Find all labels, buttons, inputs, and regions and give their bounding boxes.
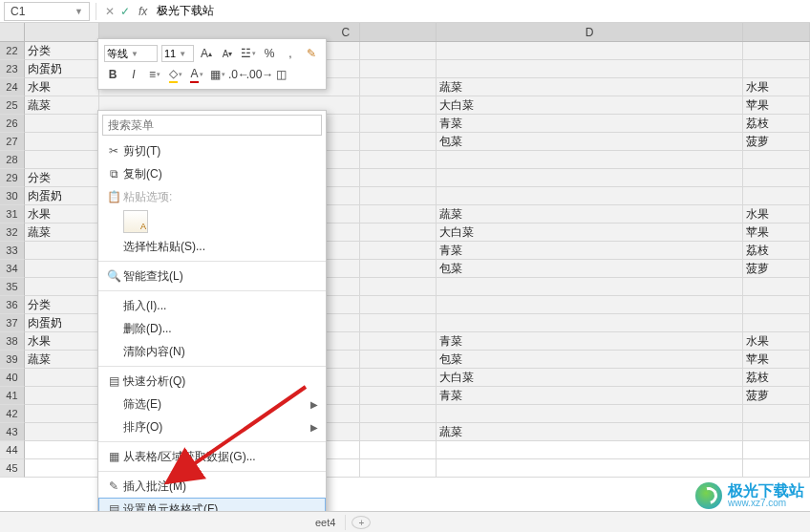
cell[interactable] [25,133,99,151]
font-size-select[interactable]: 11▼ [161,45,194,62]
row-number[interactable]: 24 [0,78,25,96]
cell[interactable]: 蔬菜 [437,78,743,96]
borders-button[interactable]: ▦▾ [209,66,226,83]
row-number[interactable]: 23 [0,60,25,78]
cell[interactable] [360,96,437,115]
cell[interactable]: 蔬菜 [25,223,99,242]
font-name-select[interactable]: 等线▼ [104,45,158,62]
cell[interactable]: 包菜 [437,260,743,278]
cell[interactable]: 荔枝 [743,242,810,260]
cell[interactable]: 荔枝 [743,115,810,133]
cell[interactable] [360,278,437,296]
italic-button[interactable]: I [125,66,142,83]
cell[interactable]: 水果 [743,205,810,223]
format-painter-button[interactable]: ✎ [303,45,320,62]
row-number[interactable]: 31 [0,205,25,223]
cell[interactable] [743,459,810,478]
row-number[interactable]: 40 [0,369,25,387]
cell[interactable] [25,242,99,260]
comma-style-button[interactable]: , [282,45,299,62]
paste-keep-source-button[interactable]: A [123,210,148,233]
increase-font-button[interactable]: A▴ [198,45,215,62]
cell[interactable]: 青菜 [437,115,743,133]
accounting-format-button[interactable]: ☳▾ [240,45,257,62]
cell[interactable] [743,296,810,314]
menu-copy[interactable]: ⧉ 复制(C) [98,162,326,185]
row-number[interactable]: 35 [0,278,25,296]
cell[interactable] [25,405,99,423]
cell[interactable] [743,169,810,187]
col-header-d[interactable]: D [437,23,743,41]
cell[interactable] [437,151,743,169]
menu-search-input[interactable] [102,115,322,136]
cell[interactable] [360,260,437,278]
cell[interactable] [360,223,437,242]
row-number[interactable]: 33 [0,242,25,260]
cell[interactable] [25,115,99,133]
cell[interactable]: 包菜 [437,133,743,151]
menu-insert-comment[interactable]: ✎ 插入批注(M) [98,475,326,498]
cell[interactable]: 大白菜 [437,369,743,387]
cell[interactable] [743,405,810,423]
row-number[interactable]: 30 [0,187,25,205]
cell[interactable] [437,405,743,423]
cell[interactable] [743,187,810,205]
cell[interactable] [437,441,743,459]
cell[interactable] [743,278,810,296]
cell[interactable]: 苹果 [743,223,810,242]
cell[interactable]: 蔬菜 [25,351,99,369]
col-header-c2[interactable] [360,23,437,41]
menu-insert[interactable]: 插入(I)... [98,294,326,317]
cell[interactable] [437,314,743,332]
cell[interactable]: 菠萝 [743,387,810,405]
cell[interactable] [360,351,437,369]
cell[interactable] [25,423,99,441]
cell[interactable] [360,60,437,78]
menu-paste-special[interactable]: 选择性粘贴(S)... [98,235,326,258]
cell[interactable] [360,187,437,205]
cell[interactable] [360,387,437,405]
row-number[interactable]: 25 [0,96,25,115]
cell[interactable]: 蔬菜 [437,205,743,223]
cell[interactable]: 包菜 [437,351,743,369]
cell[interactable] [437,278,743,296]
cell[interactable]: 肉蛋奶 [25,314,99,332]
cell[interactable] [743,60,810,78]
cell[interactable] [437,187,743,205]
cell[interactable]: 分类 [25,42,99,60]
bold-button[interactable]: B [104,66,121,83]
row-number[interactable]: 36 [0,296,25,314]
cell[interactable] [360,296,437,314]
cell[interactable] [360,169,437,187]
select-all-corner[interactable] [0,23,25,41]
cell[interactable]: 分类 [25,169,99,187]
menu-cut[interactable]: ✂ 剪切(T) [98,139,326,162]
cell[interactable] [437,459,743,478]
confirm-icon[interactable]: ✓ [117,5,133,18]
increase-decimal-button[interactable]: .00→ [251,66,268,83]
row-number[interactable]: 32 [0,223,25,242]
cell[interactable] [360,133,437,151]
add-sheet-button[interactable]: + [352,516,371,529]
cell[interactable]: 分类 [25,296,99,314]
cell[interactable] [360,441,437,459]
menu-clear[interactable]: 清除内容(N) [98,340,326,363]
cell[interactable] [25,369,99,387]
decrease-decimal-button[interactable]: .0← [230,66,247,83]
cell[interactable] [360,332,437,351]
cell[interactable]: 苹果 [743,351,810,369]
cell[interactable] [437,169,743,187]
cell[interactable] [360,42,437,60]
row-number[interactable]: 34 [0,260,25,278]
cell[interactable] [360,369,437,387]
cell[interactable] [360,78,437,96]
cell[interactable] [437,42,743,60]
col-header-a[interactable] [25,23,99,41]
menu-quick-analysis[interactable]: ▤ 快速分析(Q) [98,370,326,393]
cell[interactable] [743,42,810,60]
cell[interactable]: 水果 [25,78,99,96]
cell[interactable] [743,151,810,169]
fx-label[interactable]: fx [139,5,147,18]
cell-styles-button[interactable]: ◫ [272,66,289,83]
formula-input[interactable] [153,3,806,20]
